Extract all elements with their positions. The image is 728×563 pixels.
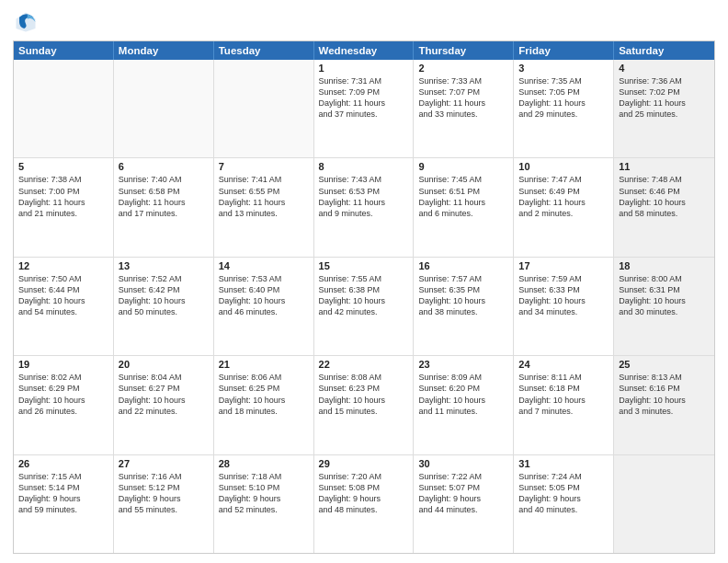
cal-row-4: 26Sunrise: 7:15 AM Sunset: 5:14 PM Dayli… <box>14 454 714 553</box>
cal-cell-13: 13Sunrise: 7:52 AM Sunset: 6:42 PM Dayli… <box>114 258 214 355</box>
header <box>13 9 715 35</box>
day-number: 25 <box>619 359 710 370</box>
cal-cell-25: 25Sunrise: 8:13 AM Sunset: 6:16 PM Dayli… <box>614 356 714 454</box>
day-number: 29 <box>319 458 409 469</box>
cell-details: Sunrise: 8:08 AM Sunset: 6:23 PM Dayligh… <box>319 372 409 417</box>
cell-details: Sunrise: 7:59 AM Sunset: 6:33 PM Dayligh… <box>518 273 609 318</box>
page: SundayMondayTuesdayWednesdayThursdayFrid… <box>0 0 728 563</box>
cell-details: Sunrise: 7:36 AM Sunset: 7:02 PM Dayligh… <box>619 75 710 121</box>
cal-cell-1: 1Sunrise: 7:31 AM Sunset: 7:09 PM Daylig… <box>314 60 415 157</box>
day-number: 19 <box>18 359 108 370</box>
cal-cell-5: 5Sunrise: 7:38 AM Sunset: 7:00 PM Daylig… <box>14 158 114 256</box>
cal-cell-27: 27Sunrise: 7:16 AM Sunset: 5:12 PM Dayli… <box>114 455 214 553</box>
day-number: 14 <box>219 260 309 271</box>
cal-cell-20: 20Sunrise: 8:04 AM Sunset: 6:27 PM Dayli… <box>114 356 214 454</box>
day-number: 15 <box>319 260 409 271</box>
cal-cell-2: 2Sunrise: 7:33 AM Sunset: 7:07 PM Daylig… <box>414 60 514 157</box>
cell-details: Sunrise: 7:48 AM Sunset: 6:46 PM Dayligh… <box>619 174 710 219</box>
calendar-header: SundayMondayTuesdayWednesdayThursdayFrid… <box>14 41 714 60</box>
cal-cell-19: 19Sunrise: 8:02 AM Sunset: 6:29 PM Dayli… <box>14 356 114 454</box>
day-number: 21 <box>219 359 309 370</box>
cal-cell-9: 9Sunrise: 7:45 AM Sunset: 6:51 PM Daylig… <box>414 158 514 256</box>
cal-cell-6: 6Sunrise: 7:40 AM Sunset: 6:58 PM Daylig… <box>114 158 214 256</box>
day-number: 31 <box>518 458 609 469</box>
day-number: 27 <box>119 458 209 469</box>
cal-cell-empty-0-1 <box>114 60 214 157</box>
cell-details: Sunrise: 8:04 AM Sunset: 6:27 PM Dayligh… <box>119 372 209 417</box>
day-number: 5 <box>18 161 108 172</box>
cal-cell-24: 24Sunrise: 8:11 AM Sunset: 6:18 PM Dayli… <box>514 356 614 454</box>
calendar-body: 1Sunrise: 7:31 AM Sunset: 7:09 PM Daylig… <box>14 60 714 553</box>
cal-cell-23: 23Sunrise: 8:09 AM Sunset: 6:20 PM Dayli… <box>414 356 514 454</box>
day-number: 22 <box>319 359 409 370</box>
cell-details: Sunrise: 7:53 AM Sunset: 6:40 PM Dayligh… <box>219 273 309 318</box>
cal-cell-28: 28Sunrise: 7:18 AM Sunset: 5:10 PM Dayli… <box>214 455 314 553</box>
cell-details: Sunrise: 8:09 AM Sunset: 6:20 PM Dayligh… <box>418 372 508 417</box>
header-day-friday: Friday <box>514 41 614 60</box>
cell-details: Sunrise: 7:41 AM Sunset: 6:55 PM Dayligh… <box>219 174 309 219</box>
cell-details: Sunrise: 7:47 AM Sunset: 6:49 PM Dayligh… <box>518 174 609 219</box>
cal-row-0: 1Sunrise: 7:31 AM Sunset: 7:09 PM Daylig… <box>14 60 714 157</box>
day-number: 16 <box>418 260 508 271</box>
cell-details: Sunrise: 7:15 AM Sunset: 5:14 PM Dayligh… <box>18 471 108 516</box>
cell-details: Sunrise: 7:16 AM Sunset: 5:12 PM Dayligh… <box>119 471 209 516</box>
cell-details: Sunrise: 8:02 AM Sunset: 6:29 PM Dayligh… <box>18 372 108 417</box>
cell-details: Sunrise: 7:18 AM Sunset: 5:10 PM Dayligh… <box>219 471 309 516</box>
cell-details: Sunrise: 7:20 AM Sunset: 5:08 PM Dayligh… <box>319 471 409 516</box>
logo-icon <box>13 9 39 35</box>
cal-cell-10: 10Sunrise: 7:47 AM Sunset: 6:49 PM Dayli… <box>514 158 614 256</box>
day-number: 23 <box>418 359 508 370</box>
day-number: 24 <box>518 359 609 370</box>
cal-cell-4: 4Sunrise: 7:36 AM Sunset: 7:02 PM Daylig… <box>614 60 714 157</box>
cal-row-3: 19Sunrise: 8:02 AM Sunset: 6:29 PM Dayli… <box>14 355 714 454</box>
day-number: 12 <box>18 260 108 271</box>
cal-cell-15: 15Sunrise: 7:55 AM Sunset: 6:38 PM Dayli… <box>314 258 415 355</box>
cal-cell-16: 16Sunrise: 7:57 AM Sunset: 6:35 PM Dayli… <box>414 258 514 355</box>
cal-cell-29: 29Sunrise: 7:20 AM Sunset: 5:08 PM Dayli… <box>314 455 415 553</box>
logo <box>13 9 42 35</box>
cal-cell-12: 12Sunrise: 7:50 AM Sunset: 6:44 PM Dayli… <box>14 258 114 355</box>
header-day-sunday: Sunday <box>14 41 114 60</box>
header-day-wednesday: Wednesday <box>314 41 415 60</box>
cal-row-2: 12Sunrise: 7:50 AM Sunset: 6:44 PM Dayli… <box>14 257 714 355</box>
cell-details: Sunrise: 7:55 AM Sunset: 6:38 PM Dayligh… <box>319 273 409 318</box>
cal-cell-8: 8Sunrise: 7:43 AM Sunset: 6:53 PM Daylig… <box>314 158 415 256</box>
cell-details: Sunrise: 7:43 AM Sunset: 6:53 PM Dayligh… <box>319 174 409 219</box>
cell-details: Sunrise: 8:06 AM Sunset: 6:25 PM Dayligh… <box>219 372 309 417</box>
cal-cell-30: 30Sunrise: 7:22 AM Sunset: 5:07 PM Dayli… <box>414 455 514 553</box>
cell-details: Sunrise: 7:24 AM Sunset: 5:05 PM Dayligh… <box>518 471 609 516</box>
cell-details: Sunrise: 7:33 AM Sunset: 7:07 PM Dayligh… <box>418 75 508 121</box>
cell-details: Sunrise: 8:00 AM Sunset: 6:31 PM Dayligh… <box>619 273 710 318</box>
cell-details: Sunrise: 7:40 AM Sunset: 6:58 PM Dayligh… <box>119 174 209 219</box>
cell-details: Sunrise: 8:13 AM Sunset: 6:16 PM Dayligh… <box>619 372 710 417</box>
cal-cell-3: 3Sunrise: 7:35 AM Sunset: 7:05 PM Daylig… <box>514 60 614 157</box>
calendar: SundayMondayTuesdayWednesdayThursdayFrid… <box>13 40 715 554</box>
cell-details: Sunrise: 7:45 AM Sunset: 6:51 PM Dayligh… <box>418 174 508 219</box>
day-number: 9 <box>418 161 508 172</box>
cell-details: Sunrise: 7:22 AM Sunset: 5:07 PM Dayligh… <box>418 471 508 516</box>
day-number: 6 <box>119 161 209 172</box>
day-number: 2 <box>418 63 508 74</box>
day-number: 13 <box>119 260 209 271</box>
cell-details: Sunrise: 8:11 AM Sunset: 6:18 PM Dayligh… <box>518 372 609 417</box>
cal-cell-empty-0-2 <box>214 60 314 157</box>
header-day-tuesday: Tuesday <box>214 41 314 60</box>
cal-cell-18: 18Sunrise: 8:00 AM Sunset: 6:31 PM Dayli… <box>614 258 714 355</box>
day-number: 26 <box>18 458 108 469</box>
day-number: 3 <box>518 63 609 74</box>
header-day-monday: Monday <box>114 41 214 60</box>
cal-cell-17: 17Sunrise: 7:59 AM Sunset: 6:33 PM Dayli… <box>514 258 614 355</box>
header-day-saturday: Saturday <box>614 41 714 60</box>
day-number: 30 <box>418 458 508 469</box>
cal-cell-11: 11Sunrise: 7:48 AM Sunset: 6:46 PM Dayli… <box>614 158 714 256</box>
cell-details: Sunrise: 7:35 AM Sunset: 7:05 PM Dayligh… <box>518 75 609 121</box>
cell-details: Sunrise: 7:50 AM Sunset: 6:44 PM Dayligh… <box>18 273 108 318</box>
day-number: 7 <box>219 161 309 172</box>
cal-cell-26: 26Sunrise: 7:15 AM Sunset: 5:14 PM Dayli… <box>14 455 114 553</box>
day-number: 1 <box>319 63 409 74</box>
cal-cell-empty-0-0 <box>14 60 114 157</box>
day-number: 11 <box>619 161 710 172</box>
day-number: 28 <box>219 458 309 469</box>
cal-cell-empty-4-6 <box>614 455 714 553</box>
cell-details: Sunrise: 7:57 AM Sunset: 6:35 PM Dayligh… <box>418 273 508 318</box>
